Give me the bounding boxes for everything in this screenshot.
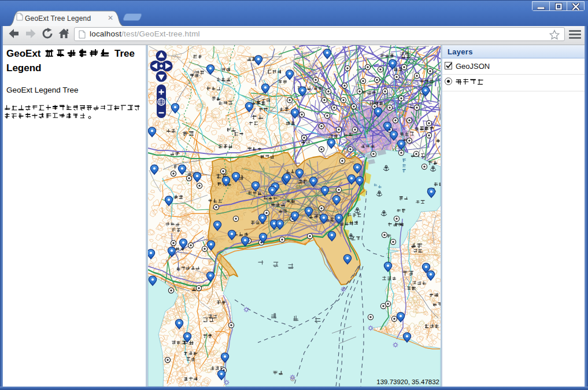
svg-text:Tree: Tree <box>114 49 135 59</box>
svg-text:GeoExt Legend Tree: GeoExt Legend Tree <box>6 86 79 94</box>
svg-text:GeoExt: GeoExt <box>6 49 41 59</box>
svg-text:Legend: Legend <box>6 62 41 73</box>
svg-text:139.73920, 35.47832: 139.73920, 35.47832 <box>376 378 439 385</box>
